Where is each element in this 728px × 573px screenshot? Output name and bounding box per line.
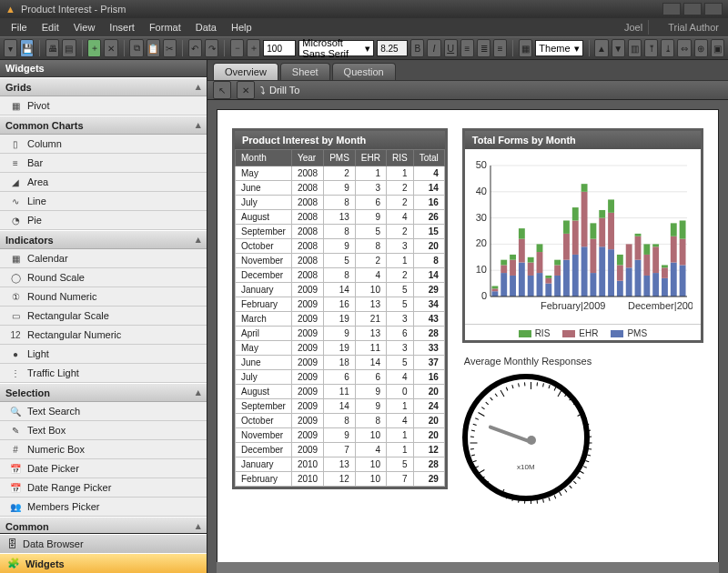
- bottom-tab-data-browser[interactable]: 🗄Data Browser: [0, 534, 207, 553]
- table-row[interactable]: September2009149124: [236, 399, 445, 414]
- align-grid-icon[interactable]: ▥: [628, 39, 642, 57]
- menu-format[interactable]: Format: [142, 20, 188, 35]
- zoom-input[interactable]: [263, 40, 296, 56]
- add-icon[interactable]: ＋: [87, 39, 101, 57]
- copy-icon[interactable]: ⧉: [129, 39, 143, 57]
- chart-card[interactable]: Total Forms by Month 01020304050February…: [462, 128, 703, 343]
- widget-item-column[interactable]: ▯Column: [0, 135, 207, 154]
- widget-item-rectangular-numeric[interactable]: 12Rectangular Numeric: [0, 326, 207, 345]
- menu-file[interactable]: File: [4, 20, 35, 35]
- window-minimize[interactable]: [662, 3, 681, 15]
- tab-sheet[interactable]: Sheet: [280, 63, 330, 80]
- print-icon[interactable]: 🖶: [46, 39, 59, 57]
- table-row[interactable]: February20101210729: [236, 472, 445, 487]
- table-row[interactable]: November2009910120: [236, 428, 445, 443]
- group-icon[interactable]: ▣: [711, 39, 724, 57]
- table-row[interactable]: July200886216: [236, 196, 445, 210]
- widget-item-area[interactable]: ◢Area: [0, 173, 207, 192]
- center-icon[interactable]: ⊕: [694, 39, 708, 57]
- menu-insert[interactable]: Insert: [102, 20, 142, 35]
- table-row[interactable]: February20091613534: [236, 297, 445, 312]
- bottom-tab-widgets[interactable]: 🧩Widgets: [0, 553, 207, 573]
- zoom-out-icon[interactable]: －: [230, 39, 244, 57]
- new-icon[interactable]: ▾: [4, 39, 17, 57]
- table-row[interactable]: May20082114: [236, 166, 445, 181]
- widget-item-line[interactable]: ∿Line: [0, 192, 207, 211]
- table-row[interactable]: November20085218: [236, 254, 445, 268]
- tab-question[interactable]: Question: [332, 63, 396, 80]
- save-icon[interactable]: 💾: [20, 39, 34, 57]
- align-right-icon[interactable]: ≡: [493, 39, 507, 57]
- widget-item-round-scale[interactable]: ◯Round Scale: [0, 268, 207, 287]
- menu-view[interactable]: View: [66, 20, 103, 35]
- widget-item-calendar[interactable]: ▦Calendar: [0, 249, 207, 268]
- pointer-icon[interactable]: ↖: [213, 81, 231, 99]
- menu-data[interactable]: Data: [188, 20, 224, 35]
- align-top-icon[interactable]: ⤒: [644, 39, 658, 57]
- category-selection[interactable]: Selection▴: [0, 383, 207, 402]
- window-close[interactable]: [704, 3, 723, 15]
- table-row[interactable]: January20101310528: [236, 457, 445, 472]
- table-row[interactable]: June200893214: [236, 181, 445, 196]
- table-row[interactable]: December200884214: [236, 268, 445, 283]
- table-row[interactable]: April2009913628: [236, 327, 445, 341]
- table-row[interactable]: June20091814537: [236, 356, 445, 370]
- category-indicators[interactable]: Indicators▴: [0, 230, 207, 249]
- redo-icon[interactable]: ↷: [205, 39, 218, 57]
- widget-item-members-picker[interactable]: 👥Members Picker: [0, 498, 207, 517]
- widget-item-light[interactable]: ●Light: [0, 345, 207, 364]
- gauge-widget[interactable]: x10M: [462, 374, 590, 501]
- align-center-icon[interactable]: ≣: [477, 39, 490, 57]
- cut-icon[interactable]: ✂: [163, 39, 177, 57]
- paste-icon[interactable]: 📋: [147, 39, 160, 57]
- table-row[interactable]: August2008139426: [236, 210, 445, 225]
- widget-item-pivot[interactable]: ▦Pivot: [0, 96, 207, 116]
- menu-help[interactable]: Help: [224, 20, 259, 35]
- undo-icon[interactable]: ↶: [188, 39, 202, 57]
- table-row[interactable]: October200898320: [236, 239, 445, 254]
- tab-overview[interactable]: Overview: [213, 63, 278, 80]
- widget-item-date-range-picker[interactable]: 📅Date Range Picker: [0, 478, 207, 498]
- italic-icon[interactable]: I: [427, 39, 440, 57]
- layer-back-icon[interactable]: ▼: [612, 39, 625, 57]
- font-combo[interactable]: Microsoft Sans Serif▾: [298, 40, 374, 56]
- table-row[interactable]: July200966416: [236, 370, 445, 385]
- align-bottom-icon[interactable]: ⤓: [661, 39, 674, 57]
- table-row[interactable]: May20091911333: [236, 341, 445, 356]
- category-grids[interactable]: Grids▴: [0, 77, 207, 96]
- widget-item-bar[interactable]: ≡Bar: [0, 154, 207, 173]
- horizontal-scrollbar[interactable]: [217, 562, 719, 573]
- table-row[interactable]: December200974112: [236, 443, 445, 457]
- widget-item-text-search[interactable]: 🔍Text Search: [0, 402, 207, 421]
- widget-item-rectangular-scale[interactable]: ▭Rectangular Scale: [0, 307, 207, 326]
- drill-button[interactable]: ⤵Drill To: [260, 85, 299, 96]
- table-card[interactable]: Product Interest by Month MonthYearPMSEH…: [232, 128, 448, 489]
- category-common[interactable]: Common▴: [0, 517, 207, 533]
- fontsize-input[interactable]: [377, 40, 408, 56]
- widget-item-date-picker[interactable]: 📅Date Picker: [0, 459, 207, 478]
- table-row[interactable]: March20091921343: [236, 312, 445, 327]
- widget-item-round-numeric[interactable]: ①Round Numeric: [0, 287, 207, 307]
- window-maximize[interactable]: [683, 3, 702, 15]
- zoom-in-icon[interactable]: ＋: [247, 39, 260, 57]
- preview-icon[interactable]: ▤: [62, 39, 76, 57]
- widget-item-numeric-box[interactable]: #Numeric Box: [0, 440, 207, 459]
- menu-edit[interactable]: Edit: [35, 20, 66, 35]
- cancel-icon[interactable]: ✕: [237, 81, 255, 99]
- bold-icon[interactable]: B: [410, 39, 424, 57]
- category-common-charts[interactable]: Common Charts▴: [0, 116, 207, 135]
- widget-item-pie[interactable]: ◔Pie: [0, 211, 207, 230]
- layer-front-icon[interactable]: ▲: [594, 39, 608, 57]
- design-canvas[interactable]: Product Interest by Month MonthYearPMSEH…: [217, 109, 719, 568]
- widget-item-traffic-light[interactable]: ⋮Traffic Light: [0, 364, 207, 383]
- table-row[interactable]: August2009119020: [236, 385, 445, 399]
- distribute-icon[interactable]: ⇔: [677, 39, 691, 57]
- align-left-icon[interactable]: ≡: [460, 39, 474, 57]
- delete-icon[interactable]: ✕: [104, 39, 117, 57]
- table-row[interactable]: January20091410529: [236, 283, 445, 297]
- table-row[interactable]: September200885215: [236, 225, 445, 239]
- underline-icon[interactable]: U: [444, 39, 458, 57]
- widget-item-text-box[interactable]: ✎Text Box: [0, 421, 207, 440]
- theme-combo[interactable]: Theme ▾: [535, 40, 582, 56]
- table-row[interactable]: October200988420: [236, 414, 445, 428]
